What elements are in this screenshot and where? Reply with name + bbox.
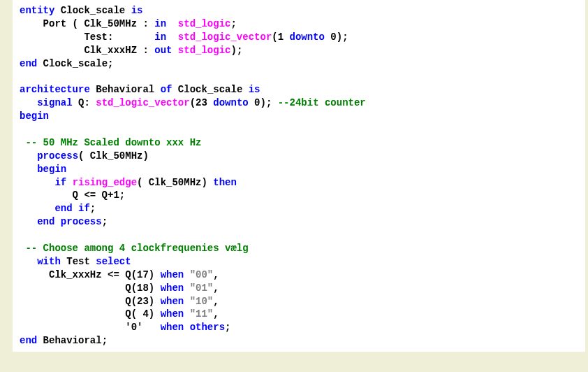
code-token: --24bit counter xyxy=(278,97,366,108)
code-token: Port ( Clk_50MHz : xyxy=(20,18,154,29)
code-line: Q(18) when "01", xyxy=(20,282,578,295)
code-token: 0); xyxy=(249,97,278,108)
code-line: entity Clock_scale is xyxy=(20,4,578,17)
code-token: begin xyxy=(37,164,66,175)
code-token: "10" xyxy=(190,296,214,307)
code-token: std_logic_vector xyxy=(178,31,272,43)
code-token xyxy=(20,256,37,267)
code-token: "00" xyxy=(190,269,214,280)
code-token: others xyxy=(190,322,225,333)
code-line: process( Clk_50MHz) xyxy=(20,150,578,163)
code-token: ); xyxy=(230,45,242,56)
code-token: when xyxy=(161,282,184,294)
code-token xyxy=(73,203,78,214)
code-line: -- Choose among 4 clockfrequenies vælg xyxy=(20,242,578,255)
code-token: process xyxy=(37,150,78,162)
code-line: '0' when others; xyxy=(20,321,578,334)
code-line: Q(23) when "10", xyxy=(20,295,578,308)
code-token: in xyxy=(154,18,166,29)
code-token: Q <= Q+1; xyxy=(20,189,125,201)
code-line: -- 50 MHz Scaled downto xxx Hz xyxy=(20,136,578,150)
code-token: when xyxy=(161,296,184,307)
code-token: Q(23) xyxy=(20,296,161,307)
code-token: 0); xyxy=(325,31,348,43)
code-token: process xyxy=(61,216,102,227)
code-token: with xyxy=(37,256,61,267)
code-line: begin xyxy=(20,110,578,123)
code-token: Clk_xxxHZ : xyxy=(20,45,154,56)
code-token xyxy=(166,31,178,43)
code-token: Test xyxy=(61,256,96,267)
code-token: ; xyxy=(225,322,230,333)
code-token: , xyxy=(213,282,219,294)
code-token: , xyxy=(213,308,219,320)
code-line: end Behavioral; xyxy=(20,334,578,348)
code-line: signal Q: std_logic_vector(23 downto 0);… xyxy=(20,96,578,110)
code-line: Clk_xxxHZ : out std_logic); xyxy=(20,44,578,57)
code-line: Q <= Q+1; xyxy=(20,189,578,202)
code-line: if rising_edge( Clk_50MHz) then xyxy=(20,176,578,189)
code-line: Port ( Clk_50MHz : in std_logic; xyxy=(20,17,578,31)
code-line: Q( 4) when "11", xyxy=(20,308,578,321)
code-token: (1 xyxy=(272,31,289,43)
code-line: architecture Behavioral of Clock_scale i… xyxy=(20,83,578,96)
code-token: Q( 4) xyxy=(20,308,161,320)
code-token xyxy=(20,150,37,162)
code-token xyxy=(54,216,60,227)
code-token: Behavioral; xyxy=(37,335,108,346)
code-token: "01" xyxy=(190,282,214,294)
code-token xyxy=(20,216,37,227)
code-token: Clock_scale; xyxy=(37,58,113,69)
code-token: -- Choose among 4 clockfrequenies vælg xyxy=(25,243,248,254)
code-token xyxy=(166,18,178,29)
code-line xyxy=(20,123,578,136)
code-token: -- 50 MHz Scaled downto xxx Hz xyxy=(25,137,201,148)
code-token: when xyxy=(161,322,184,333)
code-line: Test: in std_logic_vector(1 downto 0); xyxy=(20,31,578,44)
code-token xyxy=(184,282,189,294)
code-line: end if; xyxy=(20,202,578,215)
code-token xyxy=(184,322,189,333)
code-line xyxy=(20,70,578,83)
code-token: if xyxy=(78,203,90,214)
code-token: end xyxy=(54,203,72,214)
code-token: out xyxy=(154,45,172,56)
code-token: "11" xyxy=(190,308,214,320)
code-token: std_logic xyxy=(178,18,231,29)
code-token: is xyxy=(131,5,143,16)
code-token: ( Clk_50MHz) xyxy=(78,150,149,162)
code-line: Clk_xxxHz <= Q(17) when "00", xyxy=(20,269,578,282)
code-token: ; xyxy=(230,18,236,29)
code-token xyxy=(20,164,37,175)
code-token: ; xyxy=(102,216,108,227)
code-token: Q(18) xyxy=(20,282,161,294)
code-token xyxy=(20,177,54,188)
code-token: when xyxy=(161,269,184,280)
code-token: rising_edge xyxy=(73,177,137,188)
code-token: Clock_scale xyxy=(172,84,248,95)
code-token: ; xyxy=(90,203,96,214)
code-token: of xyxy=(161,84,172,95)
code-token: Test: xyxy=(20,31,154,43)
code-token: Q: xyxy=(73,97,96,108)
code-token: Clk_xxxHz <= Q(17) xyxy=(20,269,161,280)
code-token: end xyxy=(20,58,37,69)
code-token xyxy=(66,177,72,188)
code-token: downto xyxy=(213,97,248,108)
code-token: Clock_scale xyxy=(54,5,131,16)
code-token: '0' xyxy=(20,322,161,333)
code-line: with Test select xyxy=(20,255,578,269)
code-block: entity Clock_scale is Port ( Clk_50MHz :… xyxy=(13,0,585,352)
code-token: , xyxy=(213,296,219,307)
code-token: begin xyxy=(20,110,49,122)
code-token xyxy=(20,203,54,214)
code-token: select xyxy=(96,256,131,267)
code-token: , xyxy=(213,269,219,280)
code-token xyxy=(184,269,189,280)
code-token xyxy=(20,97,37,108)
code-token: entity xyxy=(20,5,54,16)
code-line: begin xyxy=(20,163,578,176)
code-token: in xyxy=(154,31,166,43)
code-token: end xyxy=(37,216,54,227)
code-token: (23 xyxy=(190,97,214,108)
